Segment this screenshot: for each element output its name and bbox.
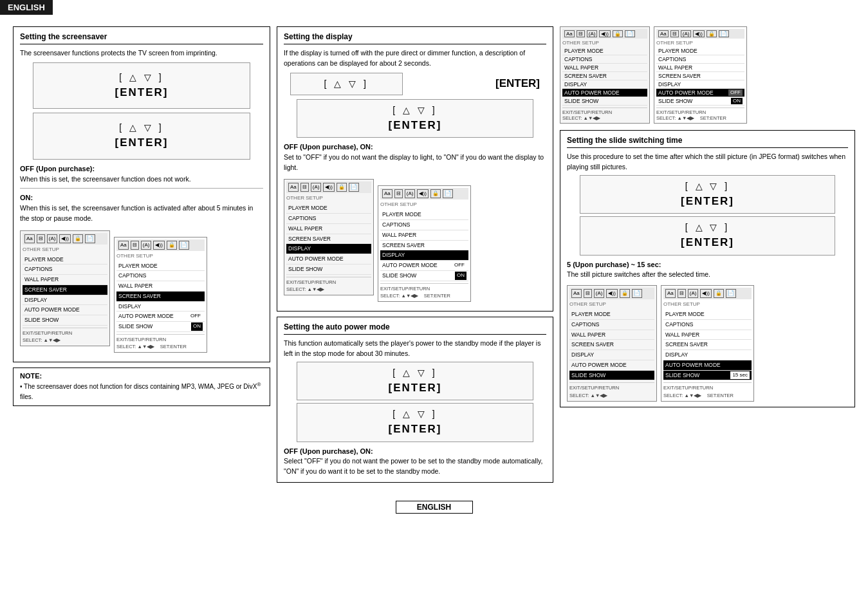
right-column: Aa ⊟ (A) ◀)) 🔒 📄 OTHER SETUP PLAYER MODE… [560,26,855,488]
slide-nav-1: [ △ ▽ ] [ENTER] [580,175,835,214]
sli-aa: Aa [665,289,676,298]
tri-display: DISPLAY [656,80,744,89]
slide-description: Use this procedure to set the time after… [567,152,848,172]
sli-screensaver: SCREEN SAVER [663,340,752,350]
note-suffix: files. [20,393,33,400]
display-menu-inner: Aa ⊟ (A) ◀)) 🔒 📄 OTHER SETUP PLAYER MODE… [378,185,471,302]
screensaver-column: Setting the screensaver The screensaver … [13,26,270,488]
display-menu-footer: EXIT/SETUP/RETURNSELECT: ▲▼◀▶ [286,277,371,293]
note-text: • The screensaver does not function for … [20,384,257,391]
a-icon-2: (A) [141,241,152,250]
di-slide-show: SLIDE SHOWON [380,271,468,281]
top-right-menus: Aa ⊟ (A) ◀)) 🔒 📄 OTHER SETUP PLAYER MODE… [560,26,855,124]
di-screen-saver: SCREEN SAVER [380,241,468,251]
inner-display: DISPLAY [116,302,205,312]
sl-a: (A) [594,289,605,298]
tri-player: PLAYER MODE [656,47,744,55]
sli-display: DISPLAY [663,350,752,360]
ap-enter-1: [ENTER] [304,380,526,396]
sl-footer: EXIT/SETUP/RETURNSELECT: ▲▼◀▶ [569,382,654,399]
tr-auto-power: AUTO POWER MODE [562,89,647,97]
ap-arrows-2: [ △ ▽ ] [304,407,526,421]
sli-footer: EXIT/SETUP/RETURNSELECT: ▲▼◀▶ SET:ENTER [663,382,752,399]
tri-a: (A) [681,30,692,37]
note-title: NOTE: [20,372,263,380]
screensaver-menu-icon-row: Aa ⊟ (A) ◀)) 🔒 📄 [23,233,107,245]
screensaver-menu-title: OTHER SETUP [23,246,107,254]
d-menu-auto-power: AUTO POWER MODE [286,254,371,265]
sl-lock: 🔒 [620,289,630,298]
screensaver-off-label: OFF (Upon purchase): [20,165,95,172]
tr-screensaver: SCREEN SAVER [562,72,647,80]
tr-aa: Aa [564,30,575,37]
d-aa-icon: Aa [288,183,299,192]
file-icon-2: 📄 [179,241,189,250]
sli-title: OTHER SETUP [663,301,752,308]
di-slide-on: ON [455,272,466,280]
tri-aa: Aa [658,30,669,37]
display-menu-icon-row: Aa ⊟ (A) ◀)) 🔒 📄 [286,181,371,193]
di-link-icon: ⊟ [394,189,403,198]
screensaver-inner-icon-row: Aa ⊟ (A) ◀)) 🔒 📄 [116,239,205,251]
tr-spk: ◀)) [599,30,610,37]
screensaver-on-desc: When this is set, the screensaver functi… [20,203,263,224]
sl-link: ⊟ [584,289,592,298]
inner-auto-power: AUTO POWER MODEOFF [116,312,205,322]
sli-file: 📄 [726,289,736,298]
inner-screen-saver: SCREEN SAVER [116,292,205,302]
d-menu-screen-saver: SCREEN SAVER [286,234,371,245]
screensaver-off-desc: When this is set, the screensaver functi… [20,174,263,185]
tr-footer: EXIT/SETUP/RETURNSELECT: ▲▼◀▶ [562,107,647,121]
display-description: If the display is turned off with the pu… [284,48,546,69]
sl-icon-row: Aa ⊟ (A) ◀)) 🔒 📄 [569,288,654,299]
sl-enter-1: [ENTER] [587,193,828,210]
di-auto-off: OFF [452,261,466,270]
menu-captions: CAPTIONS [23,265,107,275]
d-a-icon: (A) [311,183,322,192]
screensaver-inner-title: OTHER SETUP [116,252,205,260]
sl-player: PLAYER MODE [569,310,654,320]
menu-screen-saver: SCREEN SAVER [23,285,107,295]
tr-link: ⊟ [577,30,585,37]
screensaver-title: Setting the screensaver [20,32,263,44]
divx-sup: ® [257,382,261,387]
di-display: DISPLAY [380,250,468,261]
d-link-icon: ⊟ [300,183,309,192]
a-icon: (A) [47,234,58,243]
auto-power-section: Setting the auto power mode This functio… [277,317,553,483]
di-aa-icon: Aa [382,189,392,198]
ap-arrows-1: [ △ ▽ ] [304,366,526,380]
screensaver-enter-2: [ENTER] [40,135,243,151]
sl-arrows-2: [ △ ▽ ] [587,221,828,234]
screensaver-nav-block-2: [ △ ▽ ] [ENTER] [33,113,250,160]
ap-enter-2: [ENTER] [304,421,526,438]
slide-purchase-label: 5 (Upon purchase) ~ 15 sec: [567,261,661,268]
tri-file: 📄 [719,30,729,37]
sli-icon-row: Aa ⊟ (A) ◀)) 🔒 📄 [663,288,752,299]
link-icon-2: ⊟ [131,241,139,250]
d-menu-slide-show: SLIDE SHOW [286,265,371,275]
note-box: NOTE: • The screensaver does not functio… [13,367,270,405]
screensaver-on-label: ON: [20,194,33,201]
speaker-icon-2: ◀)) [153,241,164,250]
sl-auto-power: AUTO POWER MODE [569,360,654,371]
screensaver-nav-symbols-1: [ △ ▽ ] [ENTER] [40,71,243,101]
tri-spk: ◀)) [693,30,704,37]
tri-footer: EXIT/SETUP/RETURNSELECT: ▲▼◀▶ SET:ENTER [656,107,744,121]
lock-icon-2: 🔒 [167,241,177,250]
auto-power-off-val: OFF [189,312,203,321]
di-speaker-icon: ◀)) [417,189,428,198]
tri-icon-row: Aa ⊟ (A) ◀)) 🔒 📄 [656,29,744,39]
display-inner-title: OTHER SETUP [380,201,468,209]
menu-display: DISPLAY [23,295,107,306]
link-icon: ⊟ [37,234,45,243]
screensaver-menu-inner: Aa ⊟ (A) ◀)) 🔒 📄 OTHER SETUP PLAYER MODE… [114,237,207,353]
tr-lock: 🔒 [613,30,623,37]
di-captions: CAPTIONS [380,220,468,230]
tri-screensaver: SCREEN SAVER [656,72,744,80]
tri-captions: CAPTIONS [656,55,744,64]
footer-english: ENGLISH [396,501,473,514]
sli-link: ⊟ [678,289,686,298]
lock-icon: 🔒 [73,234,83,243]
tr-icon-row: Aa ⊟ (A) ◀)) 🔒 📄 [562,29,647,39]
